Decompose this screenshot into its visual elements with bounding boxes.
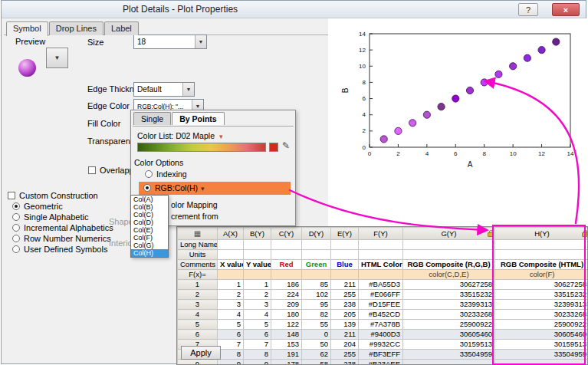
cell[interactable]: 8 xyxy=(218,350,244,360)
cell[interactable]: 2 xyxy=(244,290,271,300)
cell[interactable]: 122 xyxy=(271,320,302,330)
cell[interactable]: #BA55D3 xyxy=(359,280,403,290)
cell[interactable]: Blue xyxy=(331,260,359,270)
cell[interactable]: X values xyxy=(218,260,244,270)
row-header[interactable]: Long Name xyxy=(178,240,218,250)
cell[interactable]: 238 xyxy=(331,360,359,365)
color-palette-strip[interactable] xyxy=(137,143,266,152)
column-header-a-x[interactable]: A(X) xyxy=(218,228,244,240)
popup-tab-by-points[interactable]: By Points xyxy=(172,112,224,125)
cell[interactable]: #9400D3 xyxy=(359,330,403,340)
cell[interactable] xyxy=(244,250,271,260)
cell[interactable]: 224 xyxy=(271,290,302,300)
column-header-e-y[interactable]: E(Y) xyxy=(331,228,359,240)
cell[interactable] xyxy=(218,270,244,280)
cell[interactable]: 139 xyxy=(331,320,359,330)
increment-from-option-label[interactable]: crement from xyxy=(171,212,218,221)
cell[interactable] xyxy=(331,240,359,250)
cell[interactable]: 102 xyxy=(302,290,331,300)
cell[interactable] xyxy=(403,240,495,250)
cell[interactable]: 186 xyxy=(271,280,302,290)
cell[interactable] xyxy=(244,270,271,280)
cell[interactable]: #BF3EFF xyxy=(359,350,403,360)
radio-single-alphabetic[interactable]: Single Alphabetic xyxy=(12,212,113,222)
cell[interactable]: 1 xyxy=(218,280,244,290)
cell[interactable]: 0 xyxy=(302,330,331,340)
cell[interactable]: 33504959 xyxy=(403,350,495,360)
row-header[interactable]: 4 xyxy=(178,310,218,320)
cell[interactable]: 209 xyxy=(271,300,302,310)
column-option-col-b[interactable]: Col(B) xyxy=(131,203,168,211)
cell[interactable]: 255 xyxy=(331,290,359,300)
row-header[interactable]: 3 xyxy=(178,300,218,310)
cell[interactable]: 30159513 xyxy=(495,340,588,350)
cell[interactable] xyxy=(271,250,302,260)
dialog-titlebar[interactable]: Plot Details - Plot Properties ? × xyxy=(2,1,586,18)
worksheet-corner-cell[interactable]: ▦ xyxy=(178,228,218,240)
cell[interactable]: 82 xyxy=(302,310,331,320)
row-header[interactable]: 2 xyxy=(178,290,218,300)
cell[interactable]: 2 xyxy=(218,290,244,300)
size-select[interactable]: 18 ▼ xyxy=(133,35,207,49)
cell[interactable]: 178 xyxy=(271,360,302,365)
cell[interactable]: 153 xyxy=(271,340,302,350)
cell[interactable]: RGB Composite (HTML) xyxy=(495,260,588,270)
cell[interactable]: 3 xyxy=(218,300,244,310)
symbol-gallery-button[interactable]: ▼ xyxy=(46,48,68,68)
radio-incremental-alphabetics[interactable]: Incremental Alphabetics xyxy=(12,223,113,233)
cell[interactable] xyxy=(359,240,403,250)
column-option-col-h[interactable]: Col(H) xyxy=(131,249,168,257)
cell[interactable]: 8 xyxy=(244,350,271,360)
cell[interactable] xyxy=(302,240,331,250)
cell[interactable] xyxy=(302,250,331,260)
apply-button[interactable]: Apply xyxy=(181,346,221,360)
cell[interactable]: 1 xyxy=(244,280,271,290)
cell[interactable]: 25900922 xyxy=(403,320,495,330)
cell[interactable]: 25900922 xyxy=(495,320,588,330)
tab-label[interactable]: Label xyxy=(104,21,139,35)
cell[interactable]: 30627258 xyxy=(495,280,588,290)
cell[interactable] xyxy=(331,270,359,280)
cell[interactable]: 4 xyxy=(244,310,271,320)
color-mapping-option-label[interactable]: olor Mapping xyxy=(171,200,218,209)
cell[interactable]: 211 xyxy=(331,280,359,290)
cell[interactable]: 30233268 xyxy=(403,310,495,320)
column-option-col-d[interactable]: Col(D) xyxy=(131,219,168,226)
row-header[interactable]: 5 xyxy=(178,320,218,330)
cell[interactable]: 191 xyxy=(271,350,302,360)
row-header[interactable]: 9 xyxy=(178,360,218,365)
cell[interactable]: 33515232 xyxy=(495,290,588,300)
cell[interactable]: 30627258 xyxy=(403,280,495,290)
cell[interactable]: 7 xyxy=(218,340,244,350)
column-option-col-e[interactable]: Col(E) xyxy=(131,226,168,234)
cell[interactable]: 9 xyxy=(244,360,271,365)
cell[interactable] xyxy=(495,360,588,365)
cell[interactable]: 211 xyxy=(331,330,359,340)
overlapped-checkbox[interactable]: Overlapped P xyxy=(88,166,132,175)
cell[interactable]: 205 xyxy=(331,310,359,320)
cell[interactable]: color(C,D,E) xyxy=(403,270,495,280)
cell[interactable]: 55 xyxy=(302,320,331,330)
cell[interactable] xyxy=(271,270,302,280)
cell[interactable]: 204 xyxy=(331,340,359,350)
column-header-g-y[interactable]: G(Y) xyxy=(403,228,495,240)
rgb-col-option[interactable]: RGB:Col(H)▾ xyxy=(139,182,291,195)
tab-symbol[interactable]: Symbol xyxy=(6,21,48,36)
cell[interactable]: 32399313 xyxy=(403,300,495,310)
row-header[interactable]: 6 xyxy=(178,330,218,340)
radio-user-defined-symbols[interactable]: User Defined Symbols xyxy=(12,245,113,255)
popup-tab-single[interactable]: Single xyxy=(133,112,171,125)
column-option-col-c[interactable]: Col(C) xyxy=(131,211,168,219)
edge-thickness-select[interactable]: Default ▼ xyxy=(133,82,195,97)
edit-palette-icon[interactable]: ✎ xyxy=(282,140,290,151)
cell[interactable]: HTML Color xyxy=(359,260,403,270)
cell[interactable]: #9932CC xyxy=(359,340,403,350)
cell[interactable]: 50 xyxy=(302,340,331,350)
cell[interactable]: Y values xyxy=(244,260,271,270)
cell[interactable]: 32399313 xyxy=(495,300,588,310)
cell[interactable]: 255 xyxy=(331,350,359,360)
close-button[interactable]: × xyxy=(552,3,580,16)
cell[interactable]: 7 xyxy=(244,340,271,350)
cell[interactable]: 5 xyxy=(244,320,271,330)
cell[interactable]: 30159513 xyxy=(403,340,495,350)
